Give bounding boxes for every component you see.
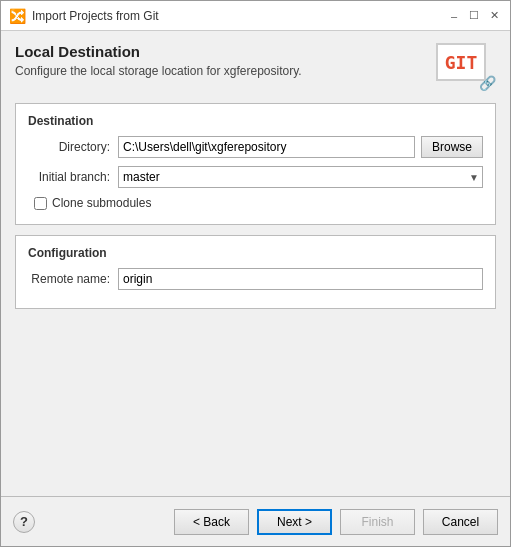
window: 🔀 Import Projects from Git – ☐ ✕ Local D… bbox=[0, 0, 511, 547]
window-icon: 🔀 bbox=[9, 8, 26, 24]
clone-submodules-checkbox[interactable] bbox=[34, 197, 47, 210]
git-logo-text: GIT bbox=[445, 52, 478, 73]
title-bar: 🔀 Import Projects from Git – ☐ ✕ bbox=[1, 1, 510, 31]
git-logo: GIT 🔗 bbox=[436, 43, 496, 93]
footer-right: < Back Next > Finish Cancel bbox=[174, 509, 498, 535]
remote-name-input[interactable] bbox=[118, 268, 483, 290]
maximize-button[interactable]: ☐ bbox=[466, 8, 482, 24]
window-title: Import Projects from Git bbox=[32, 9, 446, 23]
footer-left: ? bbox=[13, 511, 35, 533]
page-header: Local Destination Configure the local st… bbox=[15, 43, 496, 93]
back-button[interactable]: < Back bbox=[174, 509, 249, 535]
remote-name-label: Remote name: bbox=[28, 272, 118, 286]
initial-branch-row: Initial branch: master main develop ▼ bbox=[28, 166, 483, 188]
configuration-section: Configuration Remote name: bbox=[15, 235, 496, 309]
initial-branch-select-wrap: master main develop ▼ bbox=[118, 166, 483, 188]
directory-label: Directory: bbox=[28, 140, 118, 154]
close-button[interactable]: ✕ bbox=[486, 8, 502, 24]
page-subtitle: Configure the local storage location for… bbox=[15, 64, 426, 78]
initial-branch-select[interactable]: master main develop bbox=[118, 166, 483, 188]
clone-submodules-row: Clone submodules bbox=[28, 196, 483, 210]
finish-button[interactable]: Finish bbox=[340, 509, 415, 535]
footer: ? < Back Next > Finish Cancel bbox=[1, 496, 510, 546]
destination-section: Destination Directory: Browse Initial br… bbox=[15, 103, 496, 225]
page-title: Local Destination bbox=[15, 43, 426, 60]
clone-submodules-label[interactable]: Clone submodules bbox=[52, 196, 151, 210]
browse-button[interactable]: Browse bbox=[421, 136, 483, 158]
directory-row: Directory: Browse bbox=[28, 136, 483, 158]
cancel-button[interactable]: Cancel bbox=[423, 509, 498, 535]
git-connector-icon: 🔗 bbox=[479, 75, 496, 91]
title-bar-controls: – ☐ ✕ bbox=[446, 8, 502, 24]
content-area: Local Destination Configure the local st… bbox=[1, 31, 510, 496]
page-header-text: Local Destination Configure the local st… bbox=[15, 43, 426, 78]
configuration-section-label: Configuration bbox=[28, 246, 483, 260]
next-button[interactable]: Next > bbox=[257, 509, 332, 535]
remote-name-row: Remote name: bbox=[28, 268, 483, 290]
directory-input[interactable] bbox=[118, 136, 415, 158]
initial-branch-label: Initial branch: bbox=[28, 170, 118, 184]
help-button[interactable]: ? bbox=[13, 511, 35, 533]
minimize-button[interactable]: – bbox=[446, 8, 462, 24]
spacer bbox=[15, 319, 496, 488]
destination-section-label: Destination bbox=[28, 114, 483, 128]
